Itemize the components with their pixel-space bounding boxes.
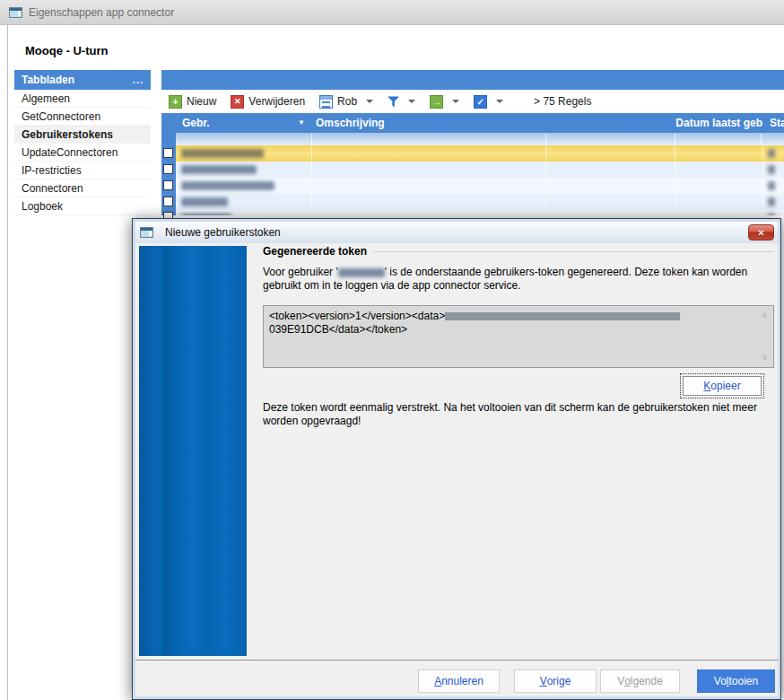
new-button-label: Nieuw [187,95,216,108]
redacted-token-data [445,312,680,320]
column-header-gebr[interactable]: Gebr. [182,113,210,133]
checkbox-gutter [161,133,176,215]
column-separator [311,162,312,178]
column-separator [762,178,763,194]
scroll-up-icon[interactable]: ∧ [762,309,768,322]
copy-button[interactable]: Kopieer [683,376,762,396]
finish-button[interactable]: Voltooien [697,669,775,693]
table-row[interactable] [176,178,784,194]
new-button[interactable]: + Nieuw [169,95,216,109]
sort-caret-icon[interactable]: ▼ [298,113,305,133]
column-separator [675,145,675,162]
column-separator [545,178,546,194]
table-row[interactable] [176,194,784,210]
one-time-warning-text: Deze token wordt eenmalig verstrekt. Na … [263,401,772,428]
sidebar-item-updateconnectoren[interactable]: UpdateConnectoren [14,144,151,162]
previous-button[interactable]: Vorige [514,669,597,693]
table-header: Gebr. ▼ Omschrijving Datum laatst geb St… [161,113,784,133]
row-checkbox[interactable] [163,164,173,174]
column-separator [311,178,312,194]
table-row[interactable] [176,162,784,178]
app-window-icon [9,7,22,18]
copy-button-focus-ring: Kopieer [680,373,764,398]
connector-name-heading: Mooqe - U-turn [25,44,108,57]
column-header-omschrijving[interactable]: Omschrijving [316,113,385,133]
column-header-datum[interactable]: Datum laatst geb [574,113,762,133]
delete-icon: ✕ [231,95,244,109]
export-dropdown-caret-icon[interactable] [452,100,459,103]
sidebar-item-getconnectoren[interactable]: GetConnectoren [14,108,151,126]
row-count-status: > 75 Regels [534,95,591,108]
redacted-status [768,214,775,215]
column-separator [545,145,546,162]
column-separator [675,210,675,215]
scroll-down-icon[interactable]: ∨ [762,351,768,364]
dialog-window-icon [140,227,153,238]
arrow-right-icon: → [430,95,443,109]
column-separator [675,134,675,144]
dialog-body: Gegenereerde token Voor gebruiker '' is … [135,243,778,696]
new-token-dialog: Nieuwe gebruikerstoken ✕ Gegenereerde to… [132,218,781,700]
delete-button[interactable]: ✕ Verwijderen [231,95,305,109]
table-row[interactable] [176,145,784,162]
column-separator [761,134,762,144]
sidebar-item-gebruikerstokens[interactable]: Gebruikerstokens [14,126,151,144]
content-header-bar [161,70,784,90]
dialog-title: Nieuwe gebruikerstoken [165,226,281,239]
column-separator [311,145,312,162]
wizard-side-panel [139,246,248,658]
column-separator [545,194,546,210]
column-separator [675,162,675,178]
column-separator [675,178,675,194]
column-separator [675,194,675,210]
sidebar-header-label: Tabbladen [22,74,74,86]
sidebar: Tabbladen ... Algemeen GetConnectoren Ge… [14,70,151,215]
sidebar-item-algemeen[interactable]: Algemeen [14,90,151,108]
row-checkbox[interactable] [163,180,173,190]
filter-button[interactable] [388,96,415,108]
redacted-username [181,214,231,215]
select-dropdown-caret-icon[interactable] [496,100,503,103]
redacted-username [338,268,385,277]
export-button[interactable]: → [430,95,459,109]
redacted-status [768,165,775,174]
row-checkbox[interactable] [163,148,173,158]
sidebar-item-connectoren[interactable]: Connectoren [14,179,151,197]
main-window-title: Eigenschappen app connector [29,6,174,19]
select-button[interactable]: ✓ [474,95,503,109]
redacted-username [181,165,257,174]
column-separator [762,145,763,162]
redacted-status [768,149,775,158]
token-scrollbar[interactable]: ∧ ∨ [757,307,772,366]
checkmark-icon: ✓ [474,95,487,109]
view-selector-button[interactable]: Rob [319,95,373,109]
redacted-status [768,181,775,190]
table-filter-row[interactable] [161,133,784,145]
sidebar-item-ip-restricties[interactable]: IP-restricties [14,162,151,179]
redacted-status [768,197,775,206]
column-separator [311,134,312,144]
redacted-username [181,197,228,206]
column-separator [762,194,763,210]
intro-text-before: Voor gebruiker ' [263,266,338,278]
column-header-status[interactable]: Sta [770,113,784,133]
sidebar-item-logboek[interactable]: Logboek [14,197,151,215]
view-dropdown-caret-icon[interactable] [366,100,373,103]
column-separator [545,210,546,215]
column-separator [545,162,546,178]
dialog-footer: Annuleren Vorige Volgende Voltooien [135,660,778,696]
cancel-button[interactable]: Annuleren [418,669,500,693]
sidebar-header: Tabbladen ... [14,70,151,90]
redacted-username [181,181,274,190]
plus-icon: + [169,95,182,109]
next-button-disabled[interactable]: Volgende [600,669,680,693]
row-checkbox[interactable] [163,197,173,206]
view-selector-label: Rob [337,95,357,108]
sidebar-menu-icon[interactable]: ... [133,75,144,84]
token-textbox[interactable]: <token><version>1</version><data> 039E91… [263,305,774,368]
column-separator [762,162,763,178]
token-table [176,145,784,215]
close-button[interactable]: ✕ [748,224,774,241]
filter-dropdown-caret-icon[interactable] [408,100,415,103]
table-row[interactable] [176,210,784,215]
